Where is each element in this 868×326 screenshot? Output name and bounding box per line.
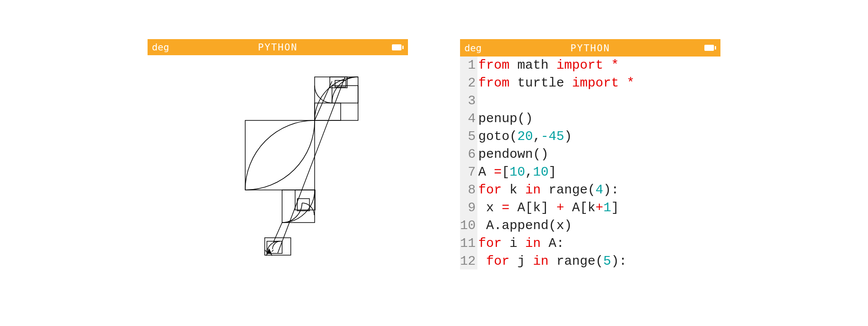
code-token: goto( (478, 129, 517, 144)
code-token: range( (549, 254, 603, 269)
line-number: 11 (460, 235, 476, 253)
code-token: = (494, 165, 502, 180)
svg-line-11 (278, 77, 345, 253)
line-number: 2 (460, 74, 476, 92)
code-token: 20 (517, 129, 533, 144)
angle-mode-label: deg (152, 42, 169, 53)
code-line[interactable]: for k in range(4): (478, 181, 635, 199)
code-token: for (478, 183, 502, 197)
code-line[interactable]: for i in A: (478, 235, 635, 253)
code-token: = (502, 200, 510, 215)
code-token: A[k] (510, 200, 556, 215)
svg-line-16 (272, 250, 273, 252)
code-content[interactable]: from math import *from turtle import * p… (477, 57, 635, 269)
line-number: 4 (460, 110, 476, 128)
svg-rect-1 (315, 77, 358, 120)
battery-icon (704, 45, 716, 51)
code-token: 5 (603, 254, 611, 269)
code-editor[interactable]: 123456789101112 from math import *from t… (460, 57, 720, 269)
app-title: PYTHON (258, 42, 297, 53)
title-bar-right: deg PYTHON (460, 39, 720, 57)
line-number: 7 (460, 163, 476, 181)
code-token: 4 (595, 183, 603, 197)
turtle-canvas (148, 55, 408, 269)
output-screen: deg PYTHON (148, 39, 408, 269)
turtle-drawing (148, 55, 408, 268)
code-token: A[k (564, 200, 595, 215)
code-token: ] (549, 165, 556, 180)
code-token: [ (502, 165, 510, 180)
code-token: in (525, 183, 541, 197)
code-token: turtle (510, 76, 572, 90)
code-token: * (603, 58, 619, 73)
code-token: import (556, 58, 603, 73)
code-token (478, 254, 486, 269)
code-token: in (525, 236, 541, 251)
svg-rect-8 (297, 199, 309, 211)
code-line[interactable]: pendown() (478, 146, 635, 163)
code-token: j (510, 254, 533, 269)
line-number: 12 (460, 253, 476, 269)
editor-screen: deg PYTHON 123456789101112 from math imp… (460, 39, 720, 269)
code-token: , (525, 165, 533, 180)
angle-mode-label: deg (464, 43, 482, 53)
code-token: from (478, 58, 510, 73)
code-token: for (478, 236, 502, 251)
code-token: ): (611, 254, 627, 269)
code-token: A.append(x) (478, 218, 572, 233)
code-line[interactable]: goto(20,-45) (478, 128, 635, 146)
code-line[interactable]: penup() (478, 110, 635, 128)
app-title: PYTHON (570, 43, 610, 53)
code-token: A (478, 165, 494, 180)
code-line[interactable]: from turtle import * (478, 74, 635, 92)
svg-line-13 (273, 223, 282, 242)
code-token: from (478, 76, 510, 90)
battery-icon (392, 44, 404, 50)
code-token: ) (564, 129, 572, 144)
code-token: ] (611, 200, 619, 215)
code-token: pendown() (478, 147, 549, 162)
code-line[interactable]: x = A[k] + A[k+1] (478, 199, 635, 217)
code-token: in (533, 254, 549, 269)
code-token: + (556, 200, 564, 215)
line-number-gutter: 123456789101112 (460, 57, 477, 269)
code-token: A: (541, 236, 564, 251)
code-token: 10 (533, 165, 549, 180)
code-token: , (533, 129, 541, 144)
code-token: 10 (510, 165, 525, 180)
code-token: x (478, 200, 502, 215)
code-token: + (595, 200, 603, 215)
svg-line-12 (315, 81, 332, 120)
line-number: 8 (460, 181, 476, 199)
code-line[interactable]: from math import * (478, 57, 635, 74)
line-number: 9 (460, 199, 476, 217)
code-token: import (572, 76, 619, 90)
code-line[interactable]: for j in range(5): (478, 253, 635, 269)
title-bar-left: deg PYTHON (148, 39, 408, 55)
line-number: 5 (460, 128, 476, 146)
line-number: 1 (460, 57, 476, 74)
code-token: -45 (541, 129, 564, 144)
code-line[interactable]: A =[10,10] (478, 163, 635, 181)
code-line[interactable]: A.append(x) (478, 217, 635, 235)
line-number: 6 (460, 146, 476, 163)
code-token: for (486, 254, 510, 269)
code-token: ): (603, 183, 619, 197)
code-token: * (619, 76, 635, 90)
code-token: 1 (603, 200, 611, 215)
code-token: i (502, 236, 525, 251)
code-token: range( (541, 183, 595, 197)
code-token: k (502, 183, 525, 197)
line-number: 3 (460, 92, 476, 110)
code-token: math (510, 58, 556, 73)
line-number: 10 (460, 217, 476, 235)
code-token: penup() (478, 111, 533, 126)
code-line[interactable] (478, 92, 635, 110)
svg-rect-0 (245, 120, 315, 190)
